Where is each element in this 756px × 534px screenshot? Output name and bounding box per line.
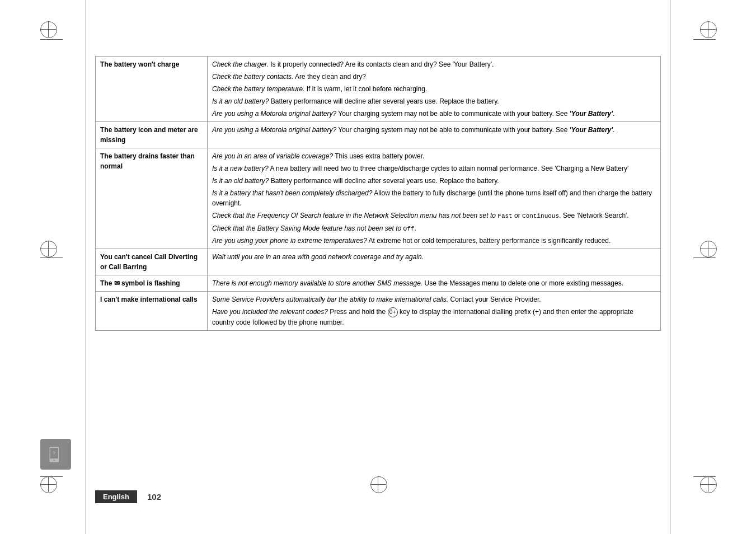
table-row: I can't make international calls Some Se… [96,292,661,331]
issue-label: The battery won't charge [100,60,180,68]
rule-bot-left [40,476,63,477]
registration-mark-mid-right [700,241,716,256]
issue-cell: You can't cancel Call Diverting or Call … [96,249,208,275]
solution-text: Check that the Battery Saving Mode featu… [212,223,656,234]
page-number: 102 [147,492,161,502]
rule-top-left [40,39,63,40]
solution-cell: There is not enough memory available to … [208,275,661,292]
issue-label: The battery drains faster than normal [100,152,195,170]
issue-label: The ✉ symbol is flashing [100,279,180,287]
solution-text: Is it a new battery? A new battery will … [212,163,656,174]
phone-icon-area: ? [40,439,71,470]
issue-cell: I can't make international calls [96,292,208,331]
solution-text: Are you in an area of variable coverage?… [212,151,656,161]
solution-text: Are you using your phone in extreme temp… [212,236,656,246]
registration-mark-bottom-right [700,476,716,492]
rule-top-right [693,39,716,40]
solution-cell: Some Service Providers automatically bar… [208,292,661,331]
rule-mid-right [693,257,716,258]
right-margin-line [670,0,671,534]
svg-text:?: ? [53,451,55,456]
table-row: The battery drains faster than normal Ar… [96,148,661,249]
solution-text: Check the charger. Is it properly connec… [212,59,656,69]
solution-text: Is it a battery that hasn't been complet… [212,188,656,208]
solution-text: There is not enough memory available to … [212,278,656,288]
registration-mark-bottom-left [40,476,56,492]
table-row: You can't cancel Call Diverting or Call … [96,249,661,275]
solution-text: Is it an old battery? Battery performanc… [212,176,656,186]
solution-text: Are you using a Motorola original batter… [212,125,656,135]
solution-cell: Are you in an area of variable coverage?… [208,148,661,249]
solution-text: Check the battery temperature. If it is … [212,84,656,94]
content-area: The battery won't charge Check the charg… [95,56,661,461]
solution-text: Check that the Frequency Of Search featu… [212,210,656,221]
issue-cell: The battery drains faster than normal [96,148,208,249]
issue-label: I can't make international calls [100,296,198,303]
solution-text: Check the battery contacts. Are they cle… [212,72,656,82]
issue-cell: The battery icon and meter are missing [96,122,208,148]
issue-label: The battery icon and meter are missing [100,126,198,144]
solution-cell: Wait until you are in an area with good … [208,249,661,275]
troubleshooting-table: The battery won't charge Check the charg… [95,56,661,331]
solution-text: Have you included the relevant codes? Pr… [212,307,656,327]
solution-text: Is it an old battery? Battery performanc… [212,96,656,106]
registration-mark-top-right [700,21,716,37]
table-row: The battery icon and meter are missing A… [96,122,661,148]
solution-text: Some Service Providers automatically bar… [212,294,656,305]
table-row: The battery won't charge Check the charg… [96,57,661,122]
registration-mark-bottom-mid [370,476,386,492]
registration-mark-top-left [40,21,56,37]
issue-cell: The ✉ symbol is flashing [96,275,208,292]
issue-label: You can't cancel Call Diverting or Call … [100,253,198,271]
solution-text: Are you using a Motorola original batter… [212,109,656,119]
rule-bot-right [693,476,716,477]
svg-point-2 [53,459,55,461]
left-margin-line [85,0,86,534]
footer: English 102 [95,490,161,503]
solution-cell: Check the charger. Is it properly connec… [208,57,661,122]
rule-mid-left [40,257,63,258]
issue-cell: The battery won't charge [96,57,208,122]
phone-manual-icon: ? [47,446,65,463]
table-row: The ✉ symbol is flashing There is not en… [96,275,661,292]
registration-mark-mid-left [40,241,56,256]
solution-cell: Are you using a Motorola original batter… [208,122,661,148]
language-label: English [95,490,137,503]
solution-text: Wait until you are in an area with good … [212,252,656,262]
